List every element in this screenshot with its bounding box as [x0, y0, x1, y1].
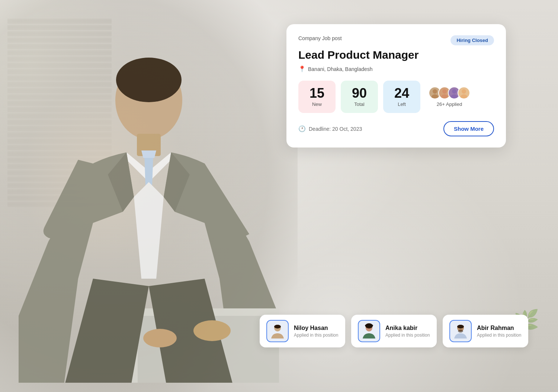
stat-new-label: New	[307, 101, 327, 107]
svg-point-13	[441, 94, 448, 98]
location-row: 📍 Banani, Dhaka, Bangladesh	[298, 65, 494, 72]
applicant-name-2: Abir Rahman	[477, 325, 521, 331]
applicant-info-2: Abir Rahman Applied in this position	[477, 325, 521, 338]
applicant-avatar-0	[266, 320, 289, 342]
applicant-role-0: Applied in this position	[294, 333, 338, 338]
job-card: Company Job post Hiring Closed Lead Prod…	[286, 24, 506, 148]
svg-point-10	[433, 89, 437, 94]
stats-row: 15 New 90 Total 24 Left	[298, 81, 494, 113]
stat-new-number: 15	[307, 87, 327, 100]
card-header: Company Job post Hiring Closed	[298, 35, 494, 45]
applicant-card-0: Niloy Hasan Applied in this position	[260, 315, 345, 347]
svg-point-19	[274, 325, 281, 328]
stat-total-label: Total	[349, 101, 370, 107]
deadline-row: 🕐 Deadline: 20 Oct, 2023 Show More	[298, 121, 494, 136]
applicant-avatar-1	[358, 320, 380, 342]
stat-total: 90 Total	[341, 81, 378, 113]
svg-point-22	[365, 324, 373, 327]
avatar-stack	[429, 87, 470, 99]
stat-left: 24 Left	[383, 81, 420, 113]
applicant-card-1: Anika kabir Applied in this position	[351, 315, 437, 347]
svg-point-24	[457, 325, 464, 328]
show-more-button[interactable]: Show More	[443, 121, 494, 136]
stat-left-number: 24	[391, 87, 412, 100]
applicant-name-1: Anika kabir	[385, 325, 430, 331]
person-silhouette	[19, 56, 279, 383]
stat-total-number: 90	[349, 87, 370, 100]
svg-point-17	[461, 94, 467, 98]
company-label: Company Job post	[298, 35, 342, 41]
svg-point-1	[116, 58, 182, 102]
svg-point-16	[462, 89, 466, 94]
hiring-closed-badge: Hiring Closed	[450, 35, 494, 45]
applicant-name-0: Niloy Hasan	[294, 325, 338, 331]
applicant-role-1: Applied in this position	[385, 333, 430, 338]
avatar-4	[458, 87, 470, 99]
svg-point-11	[432, 94, 438, 98]
applicant-avatar-2	[449, 320, 472, 342]
applicants-row: Niloy Hasan Applied in this position Ani…	[260, 315, 528, 347]
svg-point-8	[143, 329, 177, 347]
job-title: Lead Product Manager	[298, 48, 494, 62]
applicant-info-1: Anika kabir Applied in this position	[385, 325, 430, 338]
stat-new: 15 New	[298, 81, 336, 113]
svg-point-9	[193, 320, 231, 341]
svg-point-14	[452, 89, 456, 94]
svg-point-15	[451, 94, 458, 98]
applicant-card-2: Abir Rahman Applied in this position	[443, 315, 528, 347]
deadline-value: Deadline: 20 Oct, 2023	[309, 126, 362, 132]
svg-point-25	[458, 330, 463, 333]
svg-point-12	[442, 89, 447, 94]
applied-count: 26+ Applied	[437, 101, 462, 107]
applicant-info-0: Niloy Hasan Applied in this position	[294, 325, 338, 338]
clock-icon: 🕐	[298, 125, 306, 132]
svg-marker-5	[141, 150, 156, 158]
applied-group: 26+ Applied	[429, 87, 470, 107]
deadline-text: 🕐 Deadline: 20 Oct, 2023	[298, 125, 362, 132]
location-icon: 📍	[298, 65, 306, 72]
location-text: Banani, Dhaka, Bangladesh	[308, 66, 373, 72]
applicant-role-2: Applied in this position	[477, 333, 521, 338]
stat-left-label: Left	[391, 101, 412, 107]
